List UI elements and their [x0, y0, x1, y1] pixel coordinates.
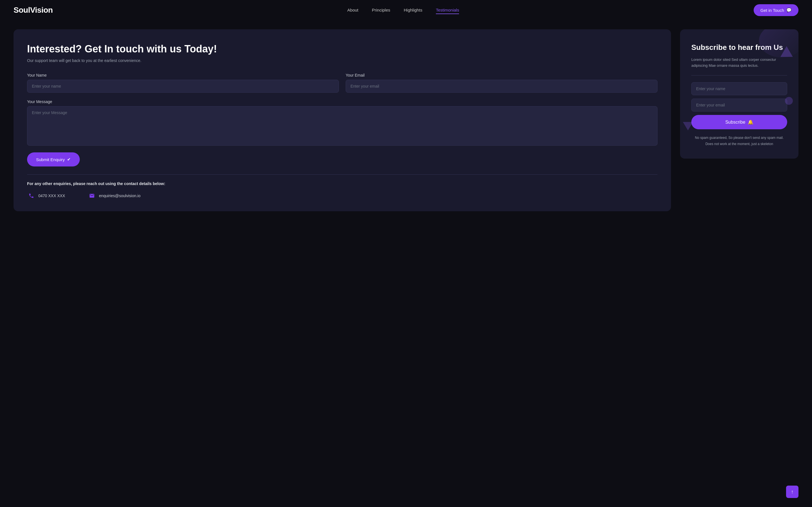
subscribe-divider — [691, 75, 787, 75]
navbar: SoulVision About Principles Highlights T… — [0, 0, 812, 20]
submit-enquiry-button[interactable]: Submit Enquiry ✔ — [27, 152, 80, 166]
bell-icon: 🔔 — [748, 119, 753, 125]
phone-number: 0470 XXX XXX — [38, 193, 65, 198]
nav-about[interactable]: About — [347, 8, 358, 12]
name-label: Your Name — [27, 73, 339, 77]
subscribe-label: Subscribe — [725, 120, 745, 125]
message-label: Your Message — [27, 100, 658, 104]
subscribe-name-input[interactable] — [691, 82, 787, 95]
contact-footer-text: For any other enquiries, please reach ou… — [27, 181, 658, 186]
subscribe-email-input[interactable] — [691, 99, 787, 112]
submit-label: Submit Enquiry — [36, 157, 65, 162]
message-group: Your Message — [27, 100, 658, 146]
message-input[interactable] — [27, 106, 658, 146]
nav-principles[interactable]: Principles — [372, 8, 390, 12]
subscribe-note-line1: No spam guaranteed, So please don't send… — [695, 136, 783, 140]
email-item: enquiries@soulvision.io — [88, 191, 140, 200]
logo[interactable]: SoulVision — [13, 6, 53, 15]
contact-heading: Interested? Get In touch with us Today! — [27, 43, 658, 55]
cta-label: Get in Touch — [760, 8, 784, 13]
email-label: Your Email — [346, 73, 658, 77]
subscribe-note-line2: Does not work at the moment, just a skel… — [705, 142, 773, 146]
nav-highlights[interactable]: Highlights — [404, 8, 422, 12]
email-address: enquiries@soulvision.io — [99, 193, 140, 198]
phone-item: 0470 XXX XXX — [27, 191, 65, 200]
contact-details: 0470 XXX XXX enquiries@soulvision.io — [27, 191, 658, 200]
subscribe-note: No spam guaranteed, So please don't send… — [691, 135, 787, 147]
phone-icon — [27, 191, 36, 200]
subscribe-description: Lorem ipsum dolor sited Sed ullam corper… — [691, 57, 787, 69]
page-content: Interested? Get In touch with us Today! … — [0, 20, 812, 220]
triangle-decoration-bottom — [683, 122, 693, 130]
email-group: Your Email — [346, 73, 658, 93]
name-email-row: Your Name Your Email — [27, 73, 658, 93]
email-icon — [88, 191, 96, 200]
triangle-decoration-top — [780, 46, 793, 57]
back-to-top-button[interactable]: ↑ — [786, 486, 799, 498]
arrow-up-icon: ↑ — [791, 489, 794, 495]
subscribe-button[interactable]: Subscribe 🔔 — [691, 115, 787, 129]
subscribe-heading: Subscribe to hear from Us — [691, 43, 787, 52]
nav-testimonials[interactable]: Testimonials — [436, 8, 459, 14]
name-group: Your Name — [27, 73, 339, 93]
check-icon: ✔ — [67, 157, 71, 162]
contact-card: Interested? Get In touch with us Today! … — [13, 29, 671, 211]
get-in-touch-button[interactable]: Get in Touch 💬 — [754, 4, 799, 16]
subscribe-card: Subscribe to hear from Us Lorem ipsum do… — [680, 29, 799, 159]
circle-decoration — [785, 97, 793, 105]
name-input[interactable] — [27, 80, 339, 93]
nav-links: About Principles Highlights Testimonials — [347, 8, 459, 13]
contact-subtitle: Our support team will get back to you at… — [27, 58, 658, 63]
email-input[interactable] — [346, 80, 658, 93]
chat-icon: 💬 — [786, 8, 792, 13]
form-divider — [27, 174, 658, 175]
